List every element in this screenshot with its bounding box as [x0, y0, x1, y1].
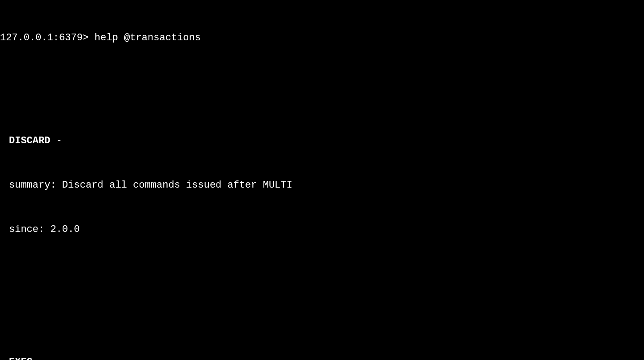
command-args: - — [33, 356, 44, 360]
command-header: DISCARD - — [9, 133, 644, 148]
command-block: EXEC - summary: Execute all commands iss… — [0, 325, 644, 360]
command-name: EXEC — [9, 356, 33, 360]
since-version: 2.0.0 — [50, 224, 80, 235]
command-args: - — [50, 135, 62, 146]
command-name: DISCARD — [9, 135, 50, 146]
since-label: since: — [9, 224, 50, 235]
terminal-output[interactable]: 127.0.0.1:6379> help @transactions DISCA… — [0, 1, 644, 360]
prompt-host: 127.0.0.1:6379> — [0, 32, 89, 43]
summary-text: Discard all commands issued after MULTI — [62, 180, 292, 191]
command-summary: summary: Discard all commands issued aft… — [9, 178, 644, 193]
summary-label: summary: — [9, 180, 62, 191]
prompt-command: help @transactions — [94, 32, 201, 43]
prompt-line: 127.0.0.1:6379> help @transactions — [0, 30, 644, 45]
command-since: since: 2.0.0 — [9, 222, 644, 237]
command-block: DISCARD - summary: Discard all commands … — [0, 104, 644, 266]
command-header: EXEC - — [9, 355, 644, 360]
